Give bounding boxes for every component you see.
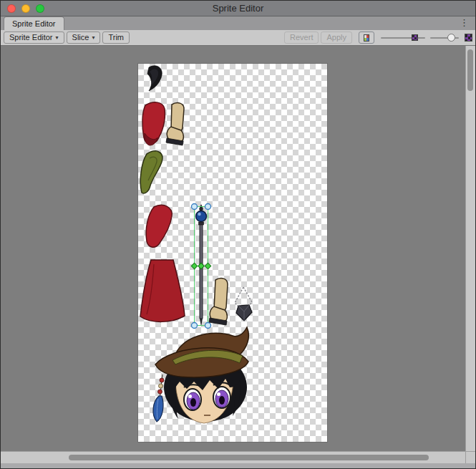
slice-label: Slice — [72, 32, 89, 43]
trim-button[interactable]: Trim — [102, 32, 130, 44]
zoom-slider-knob[interactable] — [447, 34, 455, 42]
sprite-skirt[interactable] — [140, 260, 185, 321]
mip-checker-icon — [465, 34, 472, 42]
staff-orb-highlight — [198, 213, 200, 216]
sprite-boot[interactable] — [166, 103, 184, 145]
sprite-pendant[interactable] — [235, 287, 252, 321]
revert-button[interactable]: Revert — [284, 32, 319, 44]
rgb-alpha-toggle-button[interactable] — [359, 32, 374, 44]
slice-dropdown[interactable]: Slice ▾ — [67, 32, 101, 44]
sprite-artwork — [138, 64, 327, 442]
sprite-editor-window: Sprite Editor Sprite Editor ⋮ Sprite Edi… — [0, 0, 476, 469]
corner-handle-bottom-right[interactable] — [205, 323, 211, 329]
sprite-editor-mode-dropdown[interactable]: Sprite Editor ▾ — [4, 32, 64, 44]
corner-handle-bottom-left[interactable] — [192, 323, 198, 329]
pivot-handle[interactable] — [198, 263, 204, 269]
trim-label: Trim — [108, 32, 124, 43]
apply-label: Apply — [326, 32, 346, 43]
mip-slider-knob[interactable] — [412, 34, 418, 41]
horizontal-scrollbar-thumb[interactable] — [69, 455, 429, 460]
staff-collar — [199, 222, 204, 225]
toolbar: Sprite Editor ▾ Slice ▾ Trim Revert Appl… — [1, 30, 475, 46]
chevron-down-icon: ▾ — [56, 34, 59, 42]
tab-bar: Sprite Editor ⋮ — [1, 16, 475, 30]
sprite-editor-mode-label: Sprite Editor — [9, 32, 53, 43]
scrollbar-corner — [465, 451, 475, 463]
sprite-sleeve[interactable] — [146, 205, 172, 247]
corner-handle-top-left[interactable] — [192, 204, 198, 210]
window-bottom-edge — [1, 463, 475, 468]
zoom-slider[interactable] — [430, 32, 459, 44]
sprite-hair-tuft[interactable] — [147, 66, 162, 91]
mip-slider-track[interactable] — [381, 37, 425, 39]
staff-orb — [196, 211, 207, 222]
vertical-scrollbar[interactable] — [465, 46, 475, 451]
corner-handle-top-right[interactable] — [205, 204, 211, 210]
apply-button[interactable]: Apply — [321, 32, 352, 44]
kebab-menu-icon[interactable]: ⋮ — [457, 16, 471, 30]
sprite-scarf[interactable] — [140, 151, 162, 193]
vertical-scrollbar-thumb[interactable] — [467, 49, 473, 91]
sprite-head[interactable] — [153, 327, 248, 423]
mip-slider[interactable] — [381, 32, 425, 44]
tab-label: Sprite Editor — [12, 19, 56, 28]
sprite-staff-selected[interactable] — [191, 204, 210, 329]
staff-shaft — [200, 223, 203, 319]
mid-handle-left[interactable] — [191, 263, 197, 269]
sprite-sheet-texture[interactable] — [138, 64, 327, 442]
sprite-arm[interactable] — [142, 102, 165, 145]
rgb-alpha-icon — [364, 34, 369, 42]
window-title: Sprite Editor — [1, 1, 475, 16]
mid-handle-right[interactable] — [205, 263, 210, 269]
tab-sprite-editor[interactable]: Sprite Editor — [4, 16, 64, 30]
chevron-down-icon: ▾ — [92, 34, 94, 42]
sprite-canvas[interactable] — [1, 46, 465, 451]
revert-label: Revert — [290, 32, 313, 43]
sprite-boot-2[interactable] — [209, 279, 228, 325]
horizontal-scrollbar[interactable] — [1, 451, 465, 463]
titlebar: Sprite Editor — [1, 1, 475, 16]
hat-feather-charm — [153, 374, 164, 422]
